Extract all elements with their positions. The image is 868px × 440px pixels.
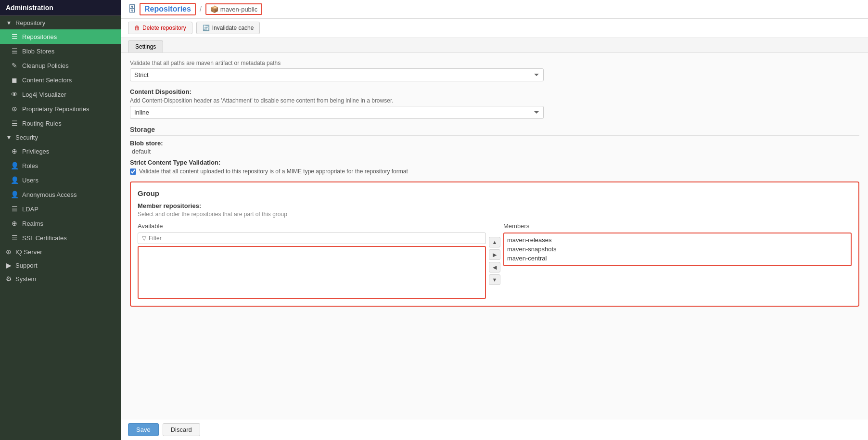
sidebar-item-privileges[interactable]: ⊕ Privileges [0, 144, 121, 158]
sidebar-section-repository[interactable]: ▾ Repository [0, 16, 121, 29]
members-list-box[interactable]: maven-releasesmaven-snapshotsmaven-centr… [503, 233, 852, 266]
transfer-buttons-col: ▲ ▶ ◀ ▼ [486, 237, 503, 285]
log4j-icon: 👁 [11, 91, 18, 98]
tab-settings[interactable]: Settings [128, 40, 163, 52]
blob-store-value: default [130, 148, 859, 155]
sidebar-item-repositories[interactable]: ☰ Repositories [0, 29, 121, 44]
member-repos-label: Member repositories: [138, 202, 852, 209]
repositories-breadcrumb-icon: 🗄 [128, 4, 137, 14]
sidebar-item-routing-rules[interactable]: ☰ Routing Rules [0, 116, 121, 130]
sidebar-section-support-label: Support [15, 262, 38, 269]
content-disposition-group: Content Disposition: Add Content-Disposi… [130, 88, 859, 119]
member-repos-desc: Select and order the repositories that a… [138, 211, 852, 218]
delete-repository-label: Delete repository [142, 25, 186, 31]
move-up-button[interactable]: ▲ [489, 237, 500, 247]
strict-content-label: Strict Content Type Validation: [130, 159, 859, 166]
sidebar-item-realms-label: Realms [22, 220, 43, 227]
sidebar-item-content-selectors[interactable]: ◼ Content Selectors [0, 73, 121, 87]
ssl-icon: ☰ [11, 234, 18, 242]
proprietary-icon: ⊕ [11, 105, 18, 113]
sidebar-section-system[interactable]: ⚙ System [0, 272, 121, 285]
chevron-down-icon: ▾ [5, 19, 13, 26]
sidebar-item-ldap[interactable]: ☰ LDAP [0, 202, 121, 216]
sidebar-item-users[interactable]: 👤 Users [0, 173, 121, 187]
sidebar-item-cleanup-policies-label: Cleanup Policies [22, 62, 69, 69]
repo-icon: 📦 [210, 5, 218, 13]
sidebar-item-ssl-certificates[interactable]: ☰ SSL Certificates [0, 231, 121, 245]
sidebar-item-routing-rules-label: Routing Rules [22, 120, 62, 127]
member-list-item[interactable]: maven-releases [507, 235, 848, 245]
filter-box: ▽ [138, 233, 486, 244]
bottom-bar: Save Discard [121, 419, 868, 440]
col-available: Available ▽ [138, 222, 486, 299]
sidebar-item-blob-stores-label: Blob Stores [22, 48, 54, 55]
cleanup-policies-icon: ✎ [11, 62, 18, 69]
strict-content-checkbox[interactable] [130, 168, 136, 175]
invalidate-cache-button[interactable]: 🔄 Invalidate cache [196, 22, 260, 34]
sidebar-item-content-selectors-label: Content Selectors [22, 77, 72, 84]
breadcrumb-separator: / [200, 5, 202, 13]
version-policy-desc: Validate that all paths are maven artifa… [130, 60, 859, 66]
move-down-button[interactable]: ▼ [489, 274, 500, 285]
member-cols: Available ▽ ▲ ▶ ◀ ▼ Members [138, 222, 852, 299]
version-policy-select[interactable]: Strict Release Snapshot Mixed [130, 68, 544, 81]
sidebar-item-blob-stores[interactable]: ☰ Blob Stores [0, 44, 121, 58]
sidebar-item-ldap-label: LDAP [22, 206, 38, 213]
blob-stores-icon: ☰ [11, 47, 18, 55]
sidebar-section-system-label: System [15, 275, 36, 283]
sidebar-section-iq-server[interactable]: ⊕ IQ Server [0, 245, 121, 259]
system-icon: ⚙ [5, 275, 13, 283]
content-disposition-select[interactable]: Inline Attachment [130, 106, 544, 119]
move-right-button[interactable]: ▶ [489, 249, 500, 260]
group-section: Group Member repositories: Select and or… [130, 181, 859, 307]
members-col-header: Members [503, 222, 852, 230]
repositories-icon: ☰ [11, 33, 18, 40]
filter-input[interactable] [149, 235, 482, 242]
routing-rules-icon: ☰ [11, 119, 18, 127]
save-button[interactable]: Save [128, 423, 159, 436]
blob-store-group: Blob store: default Strict Content Type … [130, 140, 859, 175]
sidebar-item-anonymous-access-label: Anonymous Access [22, 191, 77, 198]
available-col-header: Available [138, 222, 486, 230]
col-members: Members maven-releasesmaven-snapshotsmav… [503, 222, 852, 266]
breadcrumb-current: 📦 maven-public [205, 3, 262, 15]
sidebar-header: Administration [0, 0, 121, 16]
sidebar-item-roles[interactable]: 👤 Roles [0, 158, 121, 173]
sidebar-item-proprietary-repositories[interactable]: ⊕ Proprietary Repositories [0, 102, 121, 116]
filter-icon: ▽ [142, 235, 146, 242]
sidebar-item-cleanup-policies[interactable]: ✎ Cleanup Policies [0, 58, 121, 73]
breadcrumb-current-label: maven-public [220, 6, 257, 13]
sidebar-item-anonymous-access[interactable]: 👤 Anonymous Access [0, 187, 121, 202]
available-list-box[interactable] [138, 246, 486, 299]
main-area: 🗄 Repositories / 📦 maven-public 🗑 Delete… [121, 0, 868, 440]
content-disposition-label: Content Disposition: [130, 88, 859, 95]
move-left-button[interactable]: ◀ [489, 262, 500, 272]
sidebar-item-users-label: Users [22, 177, 38, 184]
sidebar-section-security[interactable]: ▾ Security [0, 130, 121, 144]
iq-server-icon: ⊕ [5, 248, 13, 256]
sidebar-item-realms[interactable]: ⊕ Realms [0, 216, 121, 231]
sidebar-section-security-label: Security [15, 134, 38, 141]
sidebar-item-roles-label: Roles [22, 162, 38, 169]
toolbar: 🗑 Delete repository 🔄 Invalidate cache [121, 19, 868, 38]
blob-store-label: Blob store: [130, 140, 859, 147]
sidebar-item-log4j-label: Log4j Visualizer [22, 91, 66, 98]
sidebar: Administration ▾ Repository ☰ Repositori… [0, 0, 121, 440]
breadcrumb-repositories[interactable]: Repositories [140, 3, 196, 15]
support-icon: ▶ [5, 261, 13, 269]
delete-repository-button[interactable]: 🗑 Delete repository [128, 22, 192, 34]
member-list-item[interactable]: maven-central [507, 254, 848, 263]
settings-tab-bar: Settings [121, 38, 868, 53]
sidebar-section-repository-label: Repository [15, 19, 45, 26]
version-policy-group: Validate that all paths are maven artifa… [130, 60, 859, 81]
member-list-item[interactable]: maven-snapshots [507, 245, 848, 254]
invalidate-icon: 🔄 [203, 25, 210, 31]
sidebar-item-log4j[interactable]: 👁 Log4j Visualizer [0, 87, 121, 102]
anonymous-access-icon: 👤 [11, 191, 18, 198]
content-area: Validate that all paths are maven artifa… [121, 53, 868, 419]
discard-button[interactable]: Discard [163, 423, 200, 436]
content-selectors-icon: ◼ [11, 76, 18, 84]
privileges-icon: ⊕ [11, 147, 18, 155]
sidebar-section-support[interactable]: ▶ Support [0, 259, 121, 272]
sidebar-item-repositories-label: Repositories [22, 33, 57, 40]
